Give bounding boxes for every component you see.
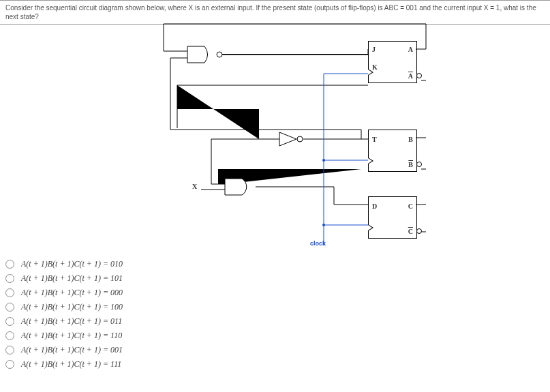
option-2[interactable]: A(t + 1)B(t + 1)C(t + 1) = 000: [5, 288, 123, 298]
ff-c-qbar-label: C: [408, 228, 413, 235]
ff-b-t-label: T: [372, 136, 377, 143]
flipflop-a: J K A A: [368, 41, 417, 83]
svg-point-10: [297, 136, 303, 142]
option-label: A(t + 1)B(t + 1)C(t + 1) = 001: [21, 345, 123, 355]
answer-options: A(t + 1)B(t + 1)C(t + 1) = 010 A(t + 1)B…: [5, 259, 123, 374]
option-label: A(t + 1)B(t + 1)C(t + 1) = 101: [21, 273, 123, 284]
option-label: A(t + 1)B(t + 1)C(t + 1) = 110: [21, 331, 122, 341]
radio-icon[interactable]: [5, 274, 14, 283]
svg-point-9: [217, 52, 222, 57]
option-label: A(t + 1)B(t + 1)C(t + 1) = 010: [21, 259, 123, 269]
radio-icon[interactable]: [5, 331, 14, 340]
ff-c-d-label: D: [372, 202, 377, 210]
option-label: A(t + 1)B(t + 1)C(t + 1) = 000: [21, 288, 123, 298]
option-1[interactable]: A(t + 1)B(t + 1)C(t + 1) = 101: [5, 273, 123, 284]
option-3[interactable]: A(t + 1)B(t + 1)C(t + 1) = 100: [5, 302, 123, 312]
option-0[interactable]: A(t + 1)B(t + 1)C(t + 1) = 010: [5, 259, 123, 269]
flipflop-b: T B B: [368, 130, 417, 172]
option-label: A(t + 1)B(t + 1)C(t + 1) = 011: [21, 316, 122, 327]
ff-b-qbar-label: B: [408, 161, 413, 168]
option-label: A(t + 1)B(t + 1)C(t + 1) = 100: [21, 302, 123, 312]
radio-icon[interactable]: [5, 346, 14, 355]
ff-a-qbar-label: A: [408, 72, 413, 80]
clock-label: clock: [310, 240, 326, 247]
ff-b-q-label: B: [408, 136, 413, 143]
circuit-diagram: J K A A T B B D C C X clock: [157, 20, 429, 245]
svg-point-8: [322, 159, 325, 162]
flipflop-c: D C C: [368, 196, 417, 239]
ff-c-q-label: C: [408, 202, 413, 210]
radio-icon[interactable]: [5, 317, 14, 326]
option-6[interactable]: A(t + 1)B(t + 1)C(t + 1) = 001: [5, 345, 123, 355]
option-label: A(t + 1)B(t + 1)C(t + 1) = 111: [21, 359, 121, 370]
radio-icon[interactable]: [5, 360, 14, 369]
svg-point-7: [322, 224, 325, 226]
option-4[interactable]: A(t + 1)B(t + 1)C(t + 1) = 011: [5, 316, 123, 327]
ff-a-q-label: A: [408, 46, 413, 53]
option-7[interactable]: A(t + 1)B(t + 1)C(t + 1) = 111: [5, 359, 123, 370]
radio-icon[interactable]: [5, 303, 14, 312]
radio-icon[interactable]: [5, 260, 14, 269]
x-input-label: X: [192, 183, 197, 190]
option-5[interactable]: A(t + 1)B(t + 1)C(t + 1) = 110: [5, 331, 123, 341]
ff-a-j-label: J: [372, 46, 376, 53]
radio-icon[interactable]: [5, 288, 14, 297]
